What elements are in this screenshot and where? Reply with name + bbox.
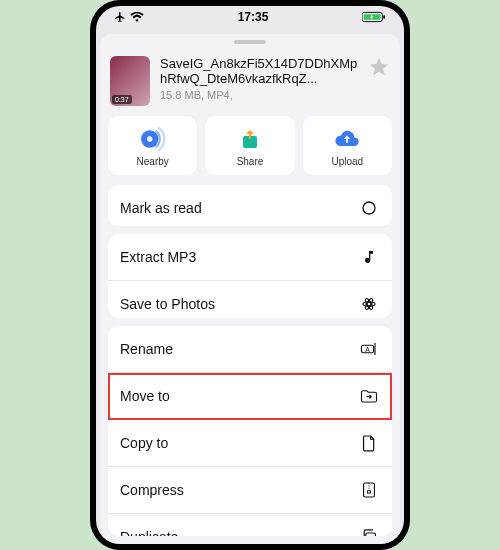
duplicate-icon — [358, 526, 380, 536]
move-to-item[interactable]: Move to — [108, 373, 392, 420]
nearby-label: Nearby — [137, 156, 169, 167]
sheet-grabber[interactable] — [234, 40, 266, 44]
compress-item[interactable]: Compress — [108, 467, 392, 514]
svg-point-4 — [147, 136, 152, 141]
status-bar: 17:35 — [96, 6, 404, 28]
share-icon — [237, 126, 263, 152]
rename-item[interactable]: Rename A — [108, 326, 392, 373]
file-meta: 15.8 MB, MP4, — [160, 89, 358, 101]
save-to-photos-item[interactable]: Save to Photos — [108, 281, 392, 318]
status-right — [362, 11, 386, 23]
favorite-button[interactable] — [368, 56, 390, 78]
compress-label: Compress — [120, 482, 184, 498]
airplane-icon — [114, 11, 126, 23]
music-note-icon — [358, 246, 380, 268]
status-time: 17:35 — [238, 10, 269, 24]
svg-text:A: A — [365, 346, 370, 353]
battery-icon — [362, 11, 386, 23]
document-icon — [358, 432, 380, 454]
cloud-upload-icon — [334, 126, 360, 152]
status-left — [114, 11, 144, 23]
top-actions: Nearby Share Upload — [100, 116, 400, 185]
circle-icon — [358, 197, 380, 219]
upload-label: Upload — [331, 156, 363, 167]
save-to-photos-label: Save to Photos — [120, 296, 215, 312]
wifi-icon — [130, 12, 144, 22]
share-button[interactable]: Share — [205, 116, 294, 175]
menu-group-3: Rename A Move to Copy to — [108, 326, 392, 536]
screen: 17:35 0:37 SaveIG_An8kzFi5X14D7DDhXMphRf… — [96, 6, 404, 544]
photos-icon — [358, 293, 380, 315]
extract-mp3-item[interactable]: Extract MP3 — [108, 234, 392, 281]
share-label: Share — [237, 156, 264, 167]
rename-label: Rename — [120, 341, 173, 357]
phone-frame: 17:35 0:37 SaveIG_An8kzFi5X14D7DDhXMphRf… — [90, 0, 410, 550]
nearby-button[interactable]: Nearby — [108, 116, 197, 175]
duplicate-label: Duplicate — [120, 529, 178, 536]
action-sheet: 0:37 SaveIG_An8kzFi5X14D7DDhXMphRfwQ_Dte… — [100, 34, 400, 544]
nearby-icon — [140, 126, 166, 152]
video-thumbnail[interactable]: 0:37 — [110, 56, 150, 106]
copy-to-label: Copy to — [120, 435, 168, 451]
file-name: SaveIG_An8kzFi5X14D7DDhXMphRfwQ_DteM6vka… — [160, 56, 358, 87]
extract-mp3-label: Extract MP3 — [120, 249, 196, 265]
menu-group-2: Extract MP3 Save to Photos — [108, 234, 392, 318]
svg-rect-17 — [366, 533, 376, 536]
folder-arrow-icon — [358, 385, 380, 407]
file-header: 0:37 SaveIG_An8kzFi5X14D7DDhXMphRfwQ_Dte… — [100, 52, 400, 116]
upload-button[interactable]: Upload — [303, 116, 392, 175]
svg-rect-1 — [383, 15, 385, 19]
svg-rect-16 — [367, 490, 370, 492]
copy-to-item[interactable]: Copy to — [108, 420, 392, 467]
duplicate-item[interactable]: Duplicate — [108, 514, 392, 536]
archive-icon — [358, 479, 380, 501]
rename-icon: A — [358, 338, 380, 360]
svg-point-6 — [363, 202, 375, 214]
mark-as-read-label: Mark as read — [120, 200, 202, 216]
duration-badge: 0:37 — [112, 95, 132, 104]
file-info: SaveIG_An8kzFi5X14D7DDhXMphRfwQ_DteM6vka… — [160, 56, 358, 101]
mark-as-read-item[interactable]: Mark as read — [108, 185, 392, 226]
menu-group-1: Mark as read — [108, 185, 392, 226]
move-to-label: Move to — [120, 388, 170, 404]
